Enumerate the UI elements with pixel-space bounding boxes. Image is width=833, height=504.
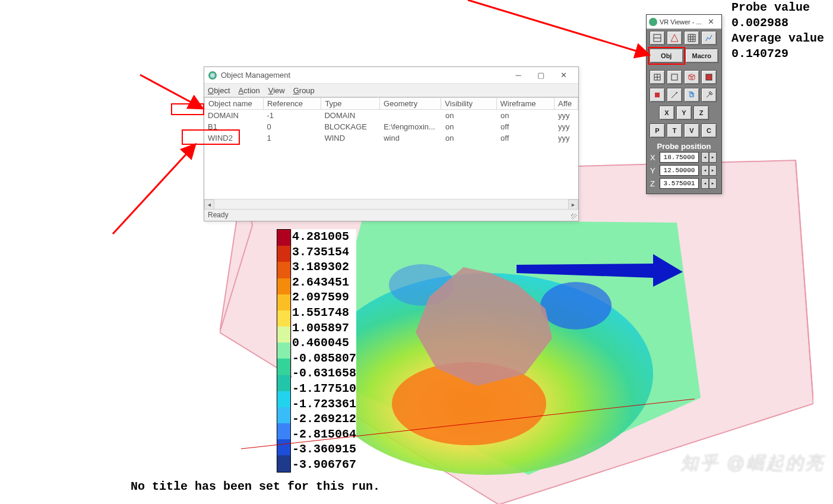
axis-x-button[interactable]: X [659, 106, 674, 120]
minimize-button[interactable]: ─ [507, 69, 530, 82]
wind-direction-arrow [517, 254, 683, 287]
toolbar-button-7[interactable] [684, 70, 699, 84]
probe-position-header: Probe position [647, 140, 721, 151]
toolbar-button-5[interactable] [650, 70, 665, 84]
toolbar-button-11[interactable] [684, 88, 699, 102]
watermark: 知乎 @崛起的亮 [680, 451, 825, 476]
cell-type: BLOCKAGE [321, 121, 380, 132]
svg-marker-11 [671, 34, 678, 42]
app-icon [208, 71, 217, 80]
toolbar-button-6[interactable] [667, 70, 682, 84]
cell-aff: yyy [555, 132, 578, 144]
toolbar-button-3[interactable] [684, 31, 699, 45]
legend-value: -2.815064 [292, 427, 356, 442]
probe-y-row: Y ◄ ► [647, 164, 721, 177]
cell-type: WIND [321, 132, 380, 144]
probe-x-inc[interactable]: ► [709, 152, 717, 163]
ptvc-t-button[interactable]: T [667, 123, 682, 138]
toolbar-button-12[interactable] [701, 88, 717, 102]
macro-button[interactable]: Macro [685, 49, 719, 63]
legend-value: -0.085807 [292, 351, 356, 366]
menu-object[interactable]: Object [208, 86, 230, 95]
toolbar-button-1[interactable] [650, 31, 665, 45]
col-wireframe[interactable]: Wireframe [496, 98, 554, 110]
cell-vis: on [442, 132, 497, 144]
probe-x-input[interactable] [660, 152, 699, 163]
svg-marker-6 [517, 254, 683, 287]
probe-z-row: Z ◄ ► [647, 177, 721, 190]
probe-z-input[interactable] [660, 178, 699, 189]
col-reference[interactable]: Reference [263, 98, 321, 110]
obj-button[interactable]: Obj [650, 49, 683, 63]
legend-value: -2.269212 [292, 411, 356, 427]
cell-wire: off [497, 121, 555, 132]
color-legend: 4.2810053.7351543.1893022.6434512.097599… [277, 229, 356, 473]
toolbar-button-10[interactable] [667, 88, 682, 102]
toolbar-button-4[interactable] [701, 31, 717, 45]
legend-value: 3.189302 [292, 259, 356, 275]
object-management-window[interactable]: Object Management ─ ▢ ✕ ObjectActionView… [204, 66, 579, 221]
close-button[interactable]: ✕ [552, 69, 575, 82]
legend-value: -1.177510 [292, 381, 356, 397]
cell-geom: E:\fengmoxin... [380, 121, 442, 132]
menu-action[interactable]: Action [239, 86, 260, 95]
vr-titlebar[interactable]: VR Viewer - ... ✕ [647, 15, 721, 29]
toolbar-button-8[interactable] [701, 70, 717, 84]
probe-x-dec[interactable]: ◄ [701, 152, 709, 163]
cell-geom: wind [380, 132, 442, 144]
probe-y-input[interactable] [660, 165, 699, 176]
toolbar-button-9[interactable] [650, 88, 665, 102]
maximize-button[interactable]: ▢ [530, 69, 552, 82]
axis-z-button[interactable]: Z [693, 106, 709, 120]
svg-point-8 [210, 73, 215, 78]
col-affe[interactable]: Affe [555, 98, 578, 110]
om-titlebar[interactable]: Object Management ─ ▢ ✕ [204, 67, 578, 84]
ptvc-p-button[interactable]: P [650, 123, 665, 138]
app-icon [649, 18, 657, 26]
probe-y-dec[interactable]: ◄ [701, 165, 709, 176]
cell-wire: off [497, 132, 555, 144]
col-type[interactable]: Type [321, 98, 380, 110]
ptvc-c-button[interactable]: C [701, 123, 717, 138]
menu-group[interactable]: Group [293, 86, 315, 95]
cell-vis: on [442, 121, 497, 132]
probe-y-inc[interactable]: ► [709, 165, 717, 176]
svg-rect-16 [706, 74, 712, 80]
toolbar-button-2[interactable] [667, 31, 682, 45]
probe-x-row: X ◄ ► [647, 151, 721, 164]
legend-value: 3.735154 [292, 245, 356, 260]
table-row[interactable]: B10BLOCKAGEE:\fengmoxin...onoffyyy [204, 121, 578, 132]
col-geometry[interactable]: Geometry [380, 98, 441, 110]
scroll-left-button[interactable]: ◄ [204, 199, 214, 210]
legend-value: 4.281005 [292, 229, 356, 245]
probe-z-dec[interactable]: ◄ [701, 178, 709, 189]
close-button[interactable]: ✕ [702, 17, 719, 27]
probe-z-label: Z [650, 179, 657, 188]
horizontal-scrollbar[interactable]: ◄ ► [204, 199, 578, 209]
vr-viewer-toolbox[interactable]: VR Viewer - ... ✕ Obj Macro XYZ PTVC Pro… [646, 14, 722, 194]
col-object-name[interactable]: Object name [205, 98, 264, 110]
axis-y-button[interactable]: Y [676, 106, 692, 120]
cell-ref: 0 [263, 121, 321, 132]
ptvc-v-button[interactable]: V [684, 123, 699, 138]
cell-name: WIND2 [204, 132, 263, 144]
om-table[interactable]: Object nameReferenceTypeGeometryVisibili… [204, 97, 578, 209]
cell-vis: on [442, 110, 497, 121]
legend-value: 0.460045 [292, 335, 356, 351]
table-row[interactable]: DOMAIN-1DOMAINononyyy [204, 110, 578, 121]
probe-z-inc[interactable]: ► [709, 178, 717, 189]
menu-view[interactable]: View [268, 86, 285, 95]
om-menubar[interactable]: ObjectActionViewGroup [204, 84, 578, 97]
table-row[interactable]: WIND21WINDwindonoffyyy [204, 132, 578, 144]
legend-value: 2.643451 [292, 275, 356, 290]
cell-name: DOMAIN [204, 110, 263, 121]
col-visibility[interactable]: Visibility [441, 98, 496, 110]
run-title-text: No title has been set for this run. [131, 480, 380, 493]
vr-title: VR Viewer - ... [660, 18, 702, 26]
probe-y-label: Y [650, 166, 657, 175]
scroll-right-button[interactable]: ► [568, 199, 578, 210]
average-value: 0.140729 [731, 46, 824, 62]
legend-value: -1.723361 [292, 397, 356, 412]
average-value-label: Average value [731, 31, 824, 46]
legend-value: 2.097599 [292, 290, 356, 305]
